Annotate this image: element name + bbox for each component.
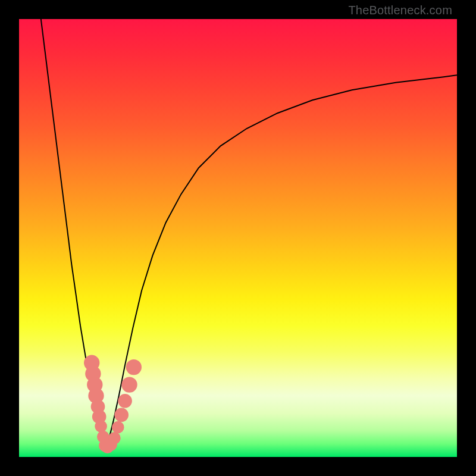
bead-marker <box>95 420 107 433</box>
watermark-text: TheBottleneck.com <box>348 4 452 17</box>
curve-right-branch <box>105 75 457 448</box>
bead-marker <box>126 359 142 375</box>
bead-marker <box>114 408 129 422</box>
outer-frame: TheBottleneck.com <box>0 0 476 476</box>
bead-marker <box>121 377 137 392</box>
bead-marker <box>112 421 124 434</box>
chart-svg <box>19 19 457 457</box>
bead-marker <box>108 432 121 444</box>
bead-marker <box>118 394 132 408</box>
bead-cluster <box>84 355 142 454</box>
